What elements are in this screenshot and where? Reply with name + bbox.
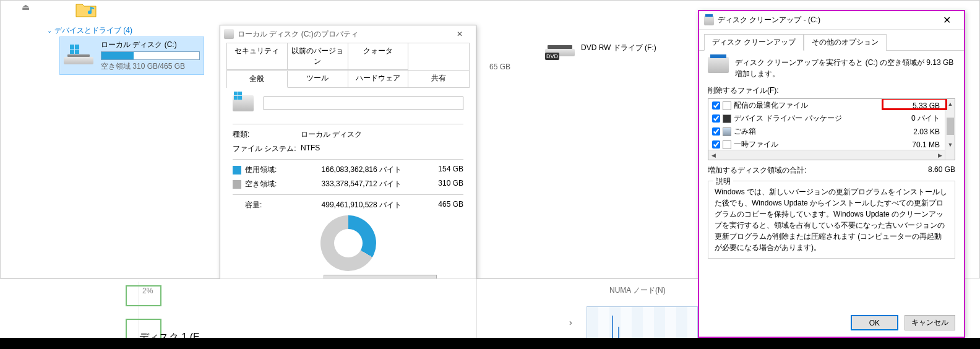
section-title: デバイスとドライブ (4) xyxy=(54,25,132,36)
files-scrollbar-h[interactable]: ◀ ▶ xyxy=(708,150,945,160)
bottom-bar xyxy=(0,338,980,349)
kind-value: ローカル ディスク xyxy=(301,129,463,140)
file-item-checkbox[interactable] xyxy=(712,101,720,110)
filesystem-value: NTFS xyxy=(301,144,463,154)
tab-security[interactable]: セキュリティ xyxy=(227,43,288,70)
scroll-down-icon[interactable]: ▼ xyxy=(945,140,955,150)
used-label: 使用領域: xyxy=(233,165,301,175)
drive-icon xyxy=(224,29,234,39)
numa-label: NUMA ノード(N) xyxy=(609,285,666,296)
svg-rect-2 xyxy=(75,45,79,49)
svg-rect-6 xyxy=(238,92,242,95)
file-item-checkbox[interactable] xyxy=(712,114,720,123)
file-icon xyxy=(723,114,731,123)
free-human: 310 GB xyxy=(414,179,463,189)
total-gain-value: 8.60 GB xyxy=(928,165,955,176)
tab-more-options[interactable]: その他のオプション xyxy=(804,34,887,51)
files-to-delete-label: 削除するファイル(F): xyxy=(708,85,955,96)
total-gain-label: 増加するディスク領域の合計: xyxy=(708,165,806,176)
properties-tabs-row2: 全般 ツール ハードウェア 共有 xyxy=(226,71,470,88)
devices-section-header[interactable]: ⌄ デバイスとドライブ (4) xyxy=(47,25,132,36)
tab-disk-cleanup[interactable]: ディスク クリーンアップ xyxy=(704,34,804,51)
music-folder-icon[interactable] xyxy=(75,1,100,19)
description-text: Windows では、新しいバージョンの更新プログラムをインストールした後でも、… xyxy=(715,186,948,253)
chevron-down-icon: ⌄ xyxy=(47,27,52,34)
files-scrollbar-v[interactable]: ▲ ▼ xyxy=(945,99,955,160)
chevron-right-icon[interactable]: › xyxy=(569,317,572,327)
svg-rect-3 xyxy=(70,50,74,54)
capacity-label: 容量: xyxy=(233,200,301,210)
disk-percent: 2% xyxy=(142,287,153,295)
free-label: 空き領域: xyxy=(233,179,301,189)
used-human: 154 GB xyxy=(414,165,463,175)
drive-icon xyxy=(233,95,254,111)
file-icon xyxy=(723,140,731,149)
cleanup-titlebar[interactable]: ディスク クリーンアップ - (C:) ✕ xyxy=(699,11,964,30)
tab-previous-versions[interactable]: 以前のバージョン xyxy=(288,43,348,70)
tab-general[interactable]: 全般 xyxy=(227,71,288,88)
cleanup-tabs: ディスク クリーンアップ その他のオプション xyxy=(699,30,964,51)
perf-chart xyxy=(587,306,698,341)
drive-c-name: ローカル ディスク (C:) xyxy=(101,40,200,50)
free-bytes: 333,378,547,712 バイト xyxy=(301,179,414,189)
properties-tabs-row1: セキュリティ 以前のバージョン クォータ xyxy=(226,43,470,71)
file-icon xyxy=(723,101,731,110)
file-item-checkbox[interactable] xyxy=(712,140,720,149)
tab-tools[interactable]: ツール xyxy=(288,71,348,87)
drive-c-capacity-bar xyxy=(101,51,200,60)
capacity-bytes: 499,461,910,528 バイト xyxy=(301,200,414,210)
file-item[interactable]: 配信の最適化ファイル 5.33 GB xyxy=(708,99,945,112)
other-drive-free: 65 GB xyxy=(489,62,510,71)
file-item[interactable]: 一時ファイル 70.1 MB xyxy=(708,138,945,151)
capacity-donut-chart xyxy=(320,215,376,271)
svg-rect-7 xyxy=(234,96,238,100)
file-item-checkbox[interactable] xyxy=(712,127,720,136)
files-list[interactable]: 配信の最適化ファイル 5.33 GB デバイス ドライバー パッケージ 0 バイ… xyxy=(708,98,955,160)
scroll-right-icon[interactable]: ▶ xyxy=(935,150,945,160)
eject-icon: ⏏ xyxy=(22,2,30,12)
svg-rect-4 xyxy=(75,50,79,54)
background-windows: 2% ディスク 1 (E › NUMA ノード(N) xyxy=(0,278,698,340)
description-group: 説明 Windows では、新しいバージョンの更新プログラムをインストールした後… xyxy=(708,181,955,259)
disk-cleanup-dialog: ディスク クリーンアップ - (C:) ✕ ディスク クリーンアップ その他のオ… xyxy=(698,10,965,338)
drive-c-item[interactable]: ローカル ディスク (C:) 空き領域 310 GB/465 GB xyxy=(59,37,204,75)
svg-rect-8 xyxy=(238,96,242,100)
dvd-drive-name: DVD RW ドライブ (F:) xyxy=(581,43,656,53)
ok-button[interactable]: OK xyxy=(851,315,898,330)
cleanup-info-text: ディスク クリーンアップを実行すると (C:) の空き領域が 9.13 GB 増… xyxy=(735,57,955,79)
dvd-icon: DVD xyxy=(545,37,575,59)
kind-label: 種類: xyxy=(233,129,301,140)
scroll-left-icon[interactable]: ◀ xyxy=(708,150,718,160)
properties-titlebar[interactable]: ローカル ディスク (C:)のプロパティ ✕ xyxy=(220,25,476,43)
dvd-drive-item[interactable]: DVD DVD RW ドライブ (F:) xyxy=(545,37,656,59)
svg-rect-5 xyxy=(234,92,238,95)
used-bytes: 166,083,362,816 バイト xyxy=(301,165,414,175)
drive-c-free-label: 空き領域 310 GB/465 GB xyxy=(101,61,200,72)
cancel-button[interactable]: キャンセル xyxy=(905,315,955,330)
cleanup-info-icon xyxy=(708,57,729,73)
file-item[interactable]: ごみ箱 2.03 KB xyxy=(708,125,945,138)
tab-hardware[interactable]: ハードウェア xyxy=(348,71,409,87)
file-item[interactable]: デバイス ドライバー パッケージ 0 バイト xyxy=(708,112,945,125)
cleanup-title: ディスク クリーンアップ - (C:) xyxy=(718,15,820,25)
description-legend: 説明 xyxy=(713,176,733,187)
close-icon[interactable]: ✕ xyxy=(447,30,472,38)
cleanup-icon xyxy=(704,15,714,25)
filesystem-label: ファイル システム: xyxy=(233,144,301,154)
svg-rect-1 xyxy=(70,45,74,49)
tab-sharing[interactable]: 共有 xyxy=(408,71,469,87)
properties-title: ローカル ディスク (C:)のプロパティ xyxy=(238,29,358,40)
drive-name-input[interactable] xyxy=(264,97,463,110)
tab-quota[interactable]: クォータ xyxy=(348,43,409,70)
scroll-thumb[interactable] xyxy=(947,118,954,135)
close-icon[interactable]: ✕ xyxy=(934,14,959,26)
scroll-up-icon[interactable]: ▲ xyxy=(945,99,955,109)
recycle-bin-icon xyxy=(723,127,731,136)
capacity-human: 465 GB xyxy=(414,200,463,210)
drive-icon xyxy=(64,45,93,67)
